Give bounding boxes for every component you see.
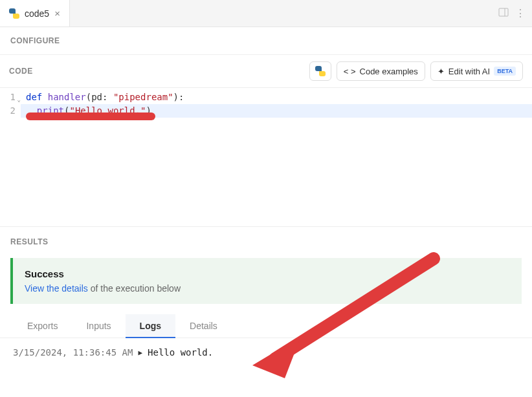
python-icon <box>315 66 326 76</box>
configure-header: CONFIGURE <box>0 27 532 55</box>
sparkle-icon: ✦ <box>438 67 445 76</box>
more-icon[interactable]: ⋮ <box>515 7 526 20</box>
edit-ai-label: Edit with AI <box>449 67 490 76</box>
gutter: 1⌄ 2 <box>0 88 21 120</box>
results-header: RESULTS <box>0 227 532 253</box>
expand-icon[interactable]: ▶ <box>138 349 142 357</box>
tab-details[interactable]: Details <box>175 314 232 338</box>
panel-icon[interactable] <box>498 7 509 20</box>
tab-exports[interactable]: Exports <box>13 314 72 338</box>
tab-inputs[interactable]: Inputs <box>72 314 125 338</box>
code-examples-button[interactable]: < > Code examples <box>337 61 425 81</box>
annotation-underline <box>26 113 155 120</box>
tab-code5[interactable]: code5 × <box>0 0 70 27</box>
tab-title: code5 <box>25 8 49 19</box>
python-icon <box>9 8 19 19</box>
close-icon[interactable]: × <box>54 8 60 19</box>
success-subtext: of the execution below <box>88 283 181 294</box>
svg-rect-0 <box>499 8 508 16</box>
success-banner: Success View the details of the executio… <box>10 258 522 304</box>
log-timestamp: 3/15/2024, 11:36:45 AM <box>13 347 133 358</box>
code-examples-label: Code examples <box>360 67 418 76</box>
beta-badge: BETA <box>494 67 516 76</box>
log-entry[interactable]: 3/15/2024, 11:36:45 AM ▶ Hello world. <box>0 338 532 367</box>
python-lang-button[interactable] <box>309 61 331 81</box>
edit-ai-button[interactable]: ✦ Edit with AI BETA <box>430 61 523 81</box>
success-title: Success <box>25 268 510 279</box>
tab-logs[interactable]: Logs <box>126 314 175 338</box>
code-editor[interactable]: 1⌄ 2 def handler(pd: "pipedream"): print… <box>0 88 532 120</box>
log-message: Hello world. <box>148 347 213 358</box>
code-icon: < > <box>344 67 356 76</box>
code-header: CODE <box>9 67 33 76</box>
view-details-link[interactable]: View the details <box>25 283 88 294</box>
